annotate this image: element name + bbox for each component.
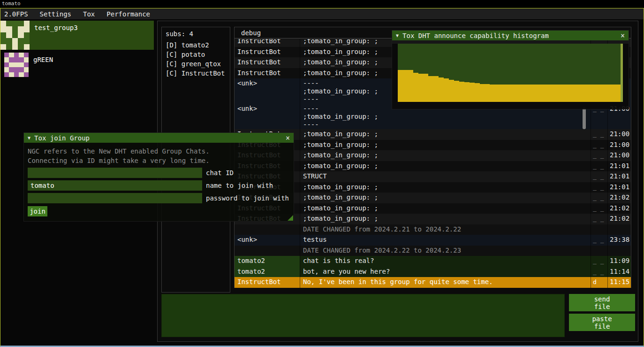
message-sender: tomato2 bbox=[235, 267, 300, 278]
menu-item-tox[interactable]: Tox bbox=[83, 9, 101, 19]
date-separator-row[interactable]: DATE CHANGED from 2024.2.21 to 2024.2.22 bbox=[235, 224, 631, 235]
histogram-bar bbox=[470, 83, 475, 102]
histogram-bar bbox=[526, 85, 531, 102]
join-group-window: ▼ Tox join Group × NGC refers to the New… bbox=[23, 132, 294, 222]
histogram-bar bbox=[464, 82, 470, 102]
histogram-bar bbox=[587, 85, 592, 102]
message-text: testus bbox=[300, 235, 591, 246]
message-sender bbox=[235, 246, 300, 256]
message-status-flags: _ _ bbox=[591, 161, 607, 172]
message-timestamp: 11:14 bbox=[607, 267, 631, 278]
message-text: ;tomato_in_group: ; bbox=[300, 129, 591, 140]
tab-debug[interactable]: debug bbox=[241, 29, 261, 37]
paste-file-button[interactable]: paste file bbox=[569, 314, 635, 331]
message-timestamp: 11:09 bbox=[607, 256, 631, 267]
window-title: tomato bbox=[2, 0, 21, 7]
member-list: [D] tomato2[C] potato[C] green_qtox[C] I… bbox=[162, 40, 230, 78]
group-avatar bbox=[4, 53, 29, 77]
window-titlebar[interactable]: tomato bbox=[0, 0, 644, 8]
histogram-bar bbox=[500, 85, 505, 102]
message-input[interactable] bbox=[161, 294, 565, 337]
subs-count-label: subs: 4 bbox=[162, 27, 230, 40]
histogram-bar bbox=[602, 85, 607, 102]
collapse-icon[interactable]: ▼ bbox=[396, 33, 399, 38]
app-window: tomato 2.0FPSSettingsToxPerformance test… bbox=[0, 0, 644, 347]
histogram-highlight-bar bbox=[621, 44, 623, 102]
message-row[interactable]: <unk>testus_ _23:38 bbox=[235, 235, 631, 246]
join-window-titlebar[interactable]: ▼ Tox join Group × bbox=[24, 133, 294, 143]
message-timestamp: 11:15 bbox=[607, 277, 631, 288]
message-sender: InstructBot bbox=[235, 57, 300, 68]
join-button[interactable]: join bbox=[28, 206, 47, 216]
histogram-bar bbox=[551, 85, 556, 102]
histogram-bar bbox=[510, 85, 515, 102]
message-status-flags: _ _ bbox=[591, 256, 607, 267]
chat-scrollbar-thumb[interactable] bbox=[583, 108, 586, 129]
message-sender: InstructBot bbox=[235, 277, 300, 288]
group-item-gREEN[interactable]: gREEN bbox=[0, 52, 154, 78]
member-item[interactable]: [C] green_qtox bbox=[162, 59, 230, 69]
message-sender bbox=[235, 224, 300, 235]
message-row[interactable]: InstructBotNo, I've been in this group f… bbox=[235, 277, 631, 288]
histogram-bar bbox=[413, 73, 418, 102]
histogram-bar bbox=[556, 85, 561, 102]
message-text: ;tomato_in_group: ; bbox=[300, 214, 591, 224]
message-timestamp: 21:02 bbox=[607, 214, 631, 224]
histogram-bar bbox=[408, 70, 413, 102]
histogram-window-title: Tox DHT announce capability histogram bbox=[402, 32, 549, 39]
member-item[interactable]: [C] potato bbox=[162, 50, 230, 59]
group-name: test_group3 bbox=[34, 21, 78, 50]
message-text: ;tomato_in_group: ; bbox=[300, 203, 591, 214]
message-status-flags: _ _ bbox=[591, 214, 607, 224]
histogram-bar bbox=[567, 85, 572, 102]
histogram-bar bbox=[403, 70, 408, 102]
message-status-flags: _ _ bbox=[591, 267, 607, 278]
histogram-bar bbox=[444, 78, 449, 102]
message-row[interactable]: tomato2chat is this real?_ _11:09 bbox=[235, 256, 631, 267]
histogram-bar bbox=[424, 74, 429, 102]
histogram-window-titlebar[interactable]: ▼ Tox DHT announce capability histogram … bbox=[392, 31, 629, 40]
message-status-flags: _ _ bbox=[591, 129, 607, 140]
close-icon[interactable]: × bbox=[621, 31, 625, 40]
message-status-flags: _ _ bbox=[591, 182, 607, 193]
histogram-bar bbox=[541, 85, 546, 102]
histogram-plot[interactable] bbox=[398, 44, 623, 102]
chat-id-input[interactable] bbox=[28, 168, 202, 178]
send-file-button[interactable]: send file bbox=[569, 294, 635, 311]
message-status-flags: _ _ bbox=[591, 193, 607, 203]
menu-item-settings[interactable]: Settings bbox=[40, 9, 77, 19]
message-row[interactable]: tomato2bot, are you new here?_ _11:14 bbox=[235, 267, 631, 278]
join-name-input[interactable] bbox=[28, 180, 202, 191]
member-item[interactable]: [D] tomato2 bbox=[162, 40, 230, 50]
message-sender: InstructBot bbox=[235, 39, 300, 47]
histogram-window: ▼ Tox DHT announce capability histogram … bbox=[392, 30, 629, 109]
menu-item-performance[interactable]: Performance bbox=[106, 9, 156, 19]
resize-grip[interactable] bbox=[288, 215, 293, 221]
member-item[interactable]: [C] InstructBot bbox=[162, 69, 230, 78]
message-text: STRUCT bbox=[300, 171, 591, 182]
message-text: bot, are you new here? bbox=[300, 267, 591, 278]
group-name: gREEN bbox=[33, 53, 53, 78]
message-timestamp: 21:01 bbox=[607, 171, 631, 182]
message-timestamp: 21:00 bbox=[607, 129, 631, 140]
message-sender: <unk> bbox=[235, 104, 300, 129]
join-info-line-2: Connecting via ID might take a very long… bbox=[28, 156, 290, 165]
message-sender: tomato2 bbox=[235, 256, 300, 267]
message-text: ;tomato_in_group: ; bbox=[300, 193, 591, 203]
histogram-window-body bbox=[392, 44, 629, 109]
group-item-test_group3[interactable]: test_group3 bbox=[0, 21, 154, 50]
histogram-bar bbox=[505, 85, 510, 102]
message-status-flags: _ _ bbox=[591, 171, 607, 182]
collapse-icon[interactable]: ▼ bbox=[28, 135, 30, 140]
message-status-flags: _ _ bbox=[591, 203, 607, 214]
message-status-flags: _ _ bbox=[591, 150, 607, 161]
date-separator-row[interactable]: DATE CHANGED from 2024.2.22 to 2024.2.23 bbox=[235, 246, 631, 256]
message-text: No, I've been in this group for quite so… bbox=[300, 277, 591, 288]
join-password-input[interactable] bbox=[28, 193, 202, 203]
histogram-bar bbox=[613, 85, 618, 102]
group-avatar bbox=[0, 21, 30, 50]
histogram-bar bbox=[439, 77, 444, 102]
close-icon[interactable]: × bbox=[286, 134, 290, 142]
histogram-bar bbox=[582, 85, 587, 102]
histogram-bar bbox=[480, 84, 485, 102]
